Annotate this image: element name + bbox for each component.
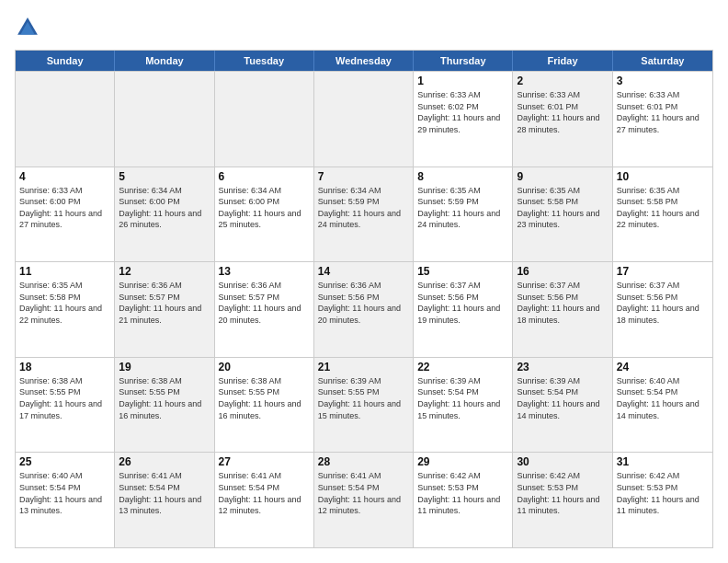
day-number: 31: [617, 455, 709, 468]
calendar-week-5: 25Sunrise: 6:40 AM Sunset: 5:54 PM Dayli…: [16, 452, 712, 547]
col-header-wednesday: Wednesday: [314, 51, 414, 71]
cell-info: Sunrise: 6:41 AM Sunset: 5:54 PM Dayligh…: [119, 470, 210, 516]
calendar-cell-28: 28Sunrise: 6:41 AM Sunset: 5:54 PM Dayli…: [314, 453, 414, 547]
calendar-cell-16: 16Sunrise: 6:37 AM Sunset: 5:56 PM Dayli…: [513, 262, 612, 357]
day-number: 18: [19, 361, 110, 373]
calendar-cell-11: 11Sunrise: 6:35 AM Sunset: 5:58 PM Dayli…: [16, 262, 115, 357]
calendar-cell-4: 4Sunrise: 6:33 AM Sunset: 6:00 PM Daylig…: [16, 167, 115, 262]
page: SundayMondayTuesdayWednesdayThursdayFrid…: [0, 0, 728, 563]
cell-info: Sunrise: 6:34 AM Sunset: 6:00 PM Dayligh…: [219, 185, 310, 231]
day-number: 21: [318, 361, 409, 373]
day-number: 9: [517, 170, 608, 183]
cell-info: Sunrise: 6:39 AM Sunset: 5:54 PM Dayligh…: [417, 375, 508, 421]
cell-info: Sunrise: 6:42 AM Sunset: 5:53 PM Dayligh…: [517, 470, 608, 516]
calendar-cell-14: 14Sunrise: 6:36 AM Sunset: 5:56 PM Dayli…: [314, 262, 414, 357]
cell-info: Sunrise: 6:41 AM Sunset: 5:54 PM Dayligh…: [219, 470, 310, 516]
day-number: 8: [417, 170, 508, 183]
day-number: 6: [219, 170, 310, 183]
day-number: 12: [119, 265, 210, 278]
day-number: 15: [417, 265, 508, 278]
day-number: 28: [318, 455, 409, 468]
day-number: 30: [517, 455, 608, 468]
day-number: 22: [417, 361, 508, 373]
calendar-cell-10: 10Sunrise: 6:35 AM Sunset: 5:58 PM Dayli…: [613, 167, 712, 262]
col-header-tuesday: Tuesday: [215, 51, 314, 71]
calendar-cell-22: 22Sunrise: 6:39 AM Sunset: 5:54 PM Dayli…: [414, 358, 513, 453]
day-number: 23: [517, 361, 608, 373]
calendar-cell-29: 29Sunrise: 6:42 AM Sunset: 5:53 PM Dayli…: [414, 453, 513, 547]
calendar-cell-empty-2: [215, 72, 314, 167]
cell-info: Sunrise: 6:33 AM Sunset: 6:02 PM Dayligh…: [417, 89, 508, 135]
cell-info: Sunrise: 6:33 AM Sunset: 6:01 PM Dayligh…: [517, 89, 608, 135]
calendar-cell-5: 5Sunrise: 6:34 AM Sunset: 6:00 PM Daylig…: [115, 167, 214, 262]
calendar-cell-30: 30Sunrise: 6:42 AM Sunset: 5:53 PM Dayli…: [513, 453, 612, 547]
cell-info: Sunrise: 6:35 AM Sunset: 5:58 PM Dayligh…: [517, 185, 608, 231]
calendar-cell-26: 26Sunrise: 6:41 AM Sunset: 5:54 PM Dayli…: [115, 453, 214, 547]
calendar-cell-19: 19Sunrise: 6:38 AM Sunset: 5:55 PM Dayli…: [115, 358, 214, 453]
calendar-cell-18: 18Sunrise: 6:38 AM Sunset: 5:55 PM Dayli…: [16, 358, 115, 453]
cell-info: Sunrise: 6:42 AM Sunset: 5:53 PM Dayligh…: [417, 470, 508, 516]
day-number: 7: [318, 170, 409, 183]
calendar-cell-24: 24Sunrise: 6:40 AM Sunset: 5:54 PM Dayli…: [613, 358, 712, 453]
cell-info: Sunrise: 6:38 AM Sunset: 5:55 PM Dayligh…: [19, 375, 110, 421]
cell-info: Sunrise: 6:35 AM Sunset: 5:58 PM Dayligh…: [617, 185, 709, 231]
day-number: 26: [119, 455, 210, 468]
cell-info: Sunrise: 6:33 AM Sunset: 6:01 PM Dayligh…: [617, 89, 709, 135]
cell-info: Sunrise: 6:34 AM Sunset: 5:59 PM Dayligh…: [318, 185, 409, 231]
cell-info: Sunrise: 6:39 AM Sunset: 5:54 PM Dayligh…: [517, 375, 608, 421]
day-number: 1: [417, 75, 508, 87]
day-number: 11: [19, 265, 110, 278]
day-number: 10: [617, 170, 709, 183]
col-header-sunday: Sunday: [16, 51, 115, 71]
cell-info: Sunrise: 6:36 AM Sunset: 5:56 PM Dayligh…: [318, 280, 409, 326]
day-number: 13: [219, 265, 310, 278]
cell-info: Sunrise: 6:35 AM Sunset: 5:59 PM Dayligh…: [417, 185, 508, 231]
calendar-week-2: 4Sunrise: 6:33 AM Sunset: 6:00 PM Daylig…: [16, 167, 712, 262]
day-number: 17: [617, 265, 709, 278]
day-number: 27: [219, 455, 310, 468]
calendar-cell-13: 13Sunrise: 6:36 AM Sunset: 5:57 PM Dayli…: [215, 262, 314, 357]
col-header-friday: Friday: [513, 51, 612, 71]
day-number: 14: [318, 265, 409, 278]
calendar-cell-3: 3Sunrise: 6:33 AM Sunset: 6:01 PM Daylig…: [613, 72, 712, 167]
calendar-week-4: 18Sunrise: 6:38 AM Sunset: 5:55 PM Dayli…: [16, 357, 712, 453]
day-number: 5: [119, 170, 210, 183]
day-number: 25: [19, 455, 110, 468]
calendar-cell-23: 23Sunrise: 6:39 AM Sunset: 5:54 PM Dayli…: [513, 358, 612, 453]
col-header-thursday: Thursday: [414, 51, 513, 71]
day-number: 4: [19, 170, 110, 183]
calendar-cell-empty-3: [314, 72, 414, 167]
logo-icon: [15, 15, 40, 40]
cell-info: Sunrise: 6:40 AM Sunset: 5:54 PM Dayligh…: [617, 375, 709, 421]
calendar-cell-31: 31Sunrise: 6:42 AM Sunset: 5:53 PM Dayli…: [613, 453, 712, 547]
cell-info: Sunrise: 6:37 AM Sunset: 5:56 PM Dayligh…: [617, 280, 709, 326]
cell-info: Sunrise: 6:37 AM Sunset: 5:56 PM Dayligh…: [517, 280, 608, 326]
day-number: 16: [517, 265, 608, 278]
header: [15, 15, 713, 40]
day-number: 19: [119, 361, 210, 373]
cell-info: Sunrise: 6:35 AM Sunset: 5:58 PM Dayligh…: [19, 280, 110, 326]
calendar-cell-27: 27Sunrise: 6:41 AM Sunset: 5:54 PM Dayli…: [215, 453, 314, 547]
calendar-cell-20: 20Sunrise: 6:38 AM Sunset: 5:55 PM Dayli…: [215, 358, 314, 453]
calendar-cell-12: 12Sunrise: 6:36 AM Sunset: 5:57 PM Dayli…: [115, 262, 214, 357]
calendar-week-3: 11Sunrise: 6:35 AM Sunset: 5:58 PM Dayli…: [16, 261, 712, 357]
day-number: 20: [219, 361, 310, 373]
day-number: 24: [617, 361, 709, 373]
col-header-monday: Monday: [115, 51, 214, 71]
cell-info: Sunrise: 6:41 AM Sunset: 5:54 PM Dayligh…: [318, 470, 409, 516]
cell-info: Sunrise: 6:38 AM Sunset: 5:55 PM Dayligh…: [219, 375, 310, 421]
calendar-cell-8: 8Sunrise: 6:35 AM Sunset: 5:59 PM Daylig…: [414, 167, 513, 262]
calendar-cell-9: 9Sunrise: 6:35 AM Sunset: 5:58 PM Daylig…: [513, 167, 612, 262]
day-number: 3: [617, 75, 709, 87]
cell-info: Sunrise: 6:40 AM Sunset: 5:54 PM Dayligh…: [19, 470, 110, 516]
calendar-cell-17: 17Sunrise: 6:37 AM Sunset: 5:56 PM Dayli…: [613, 262, 712, 357]
calendar-cell-7: 7Sunrise: 6:34 AM Sunset: 5:59 PM Daylig…: [314, 167, 414, 262]
cell-info: Sunrise: 6:38 AM Sunset: 5:55 PM Dayligh…: [119, 375, 210, 421]
logo: [15, 15, 44, 40]
calendar: SundayMondayTuesdayWednesdayThursdayFrid…: [15, 50, 713, 548]
day-number: 29: [417, 455, 508, 468]
calendar-cell-2: 2Sunrise: 6:33 AM Sunset: 6:01 PM Daylig…: [513, 72, 612, 167]
calendar-cell-empty-1: [115, 72, 214, 167]
calendar-header: SundayMondayTuesdayWednesdayThursdayFrid…: [16, 51, 712, 71]
calendar-cell-6: 6Sunrise: 6:34 AM Sunset: 6:00 PM Daylig…: [215, 167, 314, 262]
